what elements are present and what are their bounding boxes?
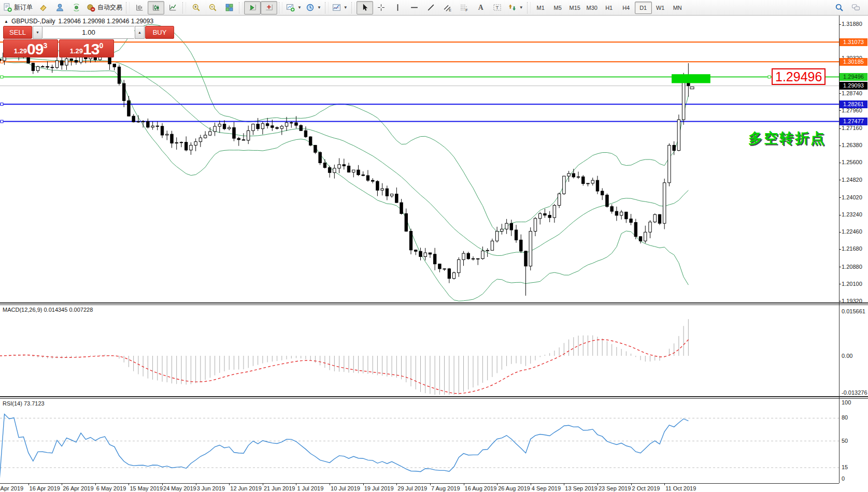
candle-body [395,194,398,203]
chat-button[interactable] [847,1,864,15]
timeframe-mn[interactable]: MN [669,2,686,14]
candle-body [166,134,168,135]
rsi-pane[interactable] [0,399,839,483]
candle-body [553,206,556,218]
candle-body [242,140,245,140]
time-tick-mark [564,483,564,485]
candle-body [630,219,632,223]
price-tick-mark [839,110,841,111]
channel-button[interactable]: E [439,1,456,15]
buy-price-box[interactable]: 1.29 13 0 [59,39,114,57]
svg-text:T: T [496,5,499,10]
candle-body [544,213,546,215]
timeframe-m30[interactable]: M30 [584,2,601,14]
time-tick-label: 7 Aug 2019 [431,485,460,491]
ohlc-values: 1.29046 1.29098 1.29046 1.29093 [59,18,154,25]
price-level-badge: 1.27477 [839,118,867,125]
cursor-button[interactable] [357,1,373,15]
horizontal-line-button[interactable] [406,1,423,15]
green-rectangle-object[interactable] [672,74,710,83]
candle-body [228,127,231,128]
signal-button[interactable] [68,1,84,15]
volume-decrease-button[interactable]: ▼ [33,26,42,39]
tile-windows-button[interactable] [221,1,237,15]
time-tick-label: 1 Jul 2019 [297,485,323,491]
volume-increase-button[interactable]: ▲ [135,26,145,39]
text-label-button[interactable]: T [489,1,506,15]
candle-body [0,59,1,61]
periods-button[interactable]: ▼ [304,1,323,15]
eraser-button[interactable] [35,1,51,15]
time-tick-label: 2 Oct 2019 [632,485,660,491]
time-tick-mark [62,483,62,485]
vertical-line-button[interactable] [390,1,406,15]
indicators-button[interactable]: ▼ [330,1,350,15]
crosshair-button[interactable] [373,1,390,15]
volume-input[interactable] [43,26,134,39]
candle-body [247,131,249,140]
candle-body [634,223,637,237]
profile-button[interactable] [51,1,68,15]
candle-body [649,222,651,233]
line-handle[interactable] [1,120,3,123]
time-tick-label: 7 Apr 2019 [0,485,23,491]
macd-pane[interactable] [0,305,839,396]
line-handle[interactable] [1,103,3,106]
timeframe-w1[interactable]: W1 [652,2,669,14]
chart-annotation-text[interactable]: 多空转折点 [748,129,826,148]
current-price-badge: 1.29093 [839,82,867,90]
text-button[interactable]: A [473,1,489,15]
search-button[interactable] [831,1,847,15]
candle-body [295,123,297,125]
price-tick-mark [839,267,841,267]
new-order-button[interactable]: 新订单 [1,1,35,15]
new-order-button-label: 新订单 [14,3,33,12]
sell-price-box[interactable]: 1.29 09 3 [3,39,58,57]
sell-price-prefix: 1.29 [14,47,27,55]
autotrade-button[interactable]: 自动交易 [84,1,124,15]
candle-body [27,57,30,63]
bar-chart-button[interactable] [131,1,148,15]
symbol-name: GBPUSD-,Daily [11,18,55,25]
chart-shift-button[interactable] [261,1,277,15]
fibonacci-icon: F [460,3,468,12]
time-tick-label: 11 Oct 2019 [665,485,696,491]
candle-body [677,120,680,151]
mt4-window: 新订单自动交易▼▼▼EFAT▼M1M5M15M30H1H4D1W1MN 1.31… [0,0,868,492]
sell-price-big: 09 [27,40,43,57]
auto-scroll-button[interactable] [244,1,261,15]
line-chart-button[interactable] [164,1,181,15]
candle-chart-button[interactable] [148,1,164,15]
timeframe-d1[interactable]: D1 [635,2,652,14]
candle-body [36,66,39,70]
candle-body [180,142,182,143]
new-chart-button[interactable]: ▼ [284,1,304,15]
timeframe-m15[interactable]: M15 [566,2,584,14]
buy-button[interactable]: BUY [145,26,174,39]
timeframe-h4[interactable]: H4 [618,2,635,14]
candle-body [682,79,685,120]
sell-button[interactable]: SELL [3,26,32,39]
timeframe-h1[interactable]: H1 [601,2,618,14]
macd-label: MACD(12,26,9) 0.014345 0.007228 [3,307,93,313]
timeframe-m5[interactable]: M5 [549,2,566,14]
candle-body [204,135,206,138]
one-click-trading-panel: SELL ▼ ▲ BUY 1.29 09 3 1.29 13 0 [3,26,114,57]
candle-body [175,142,178,143]
zoom-out-button[interactable] [204,1,221,15]
zoom-in-button[interactable] [188,1,204,15]
timeframe-m1[interactable]: M1 [532,2,549,14]
main-price-pane[interactable] [0,16,839,302]
candle-body [362,175,364,176]
line-handle[interactable] [1,76,3,78]
price-callout-label[interactable]: 1.29496 [772,68,826,85]
fibonacci-button[interactable]: F [456,1,473,15]
candle-body [524,251,527,266]
candle-body [601,191,604,195]
toolbar-group [188,1,237,15]
toolbar-right [831,1,864,15]
trendline-button[interactable] [423,1,439,15]
candle-body [214,126,216,132]
toolbar-group: EFAT▼ [357,1,525,15]
arrows-button[interactable]: ▼ [506,1,525,15]
